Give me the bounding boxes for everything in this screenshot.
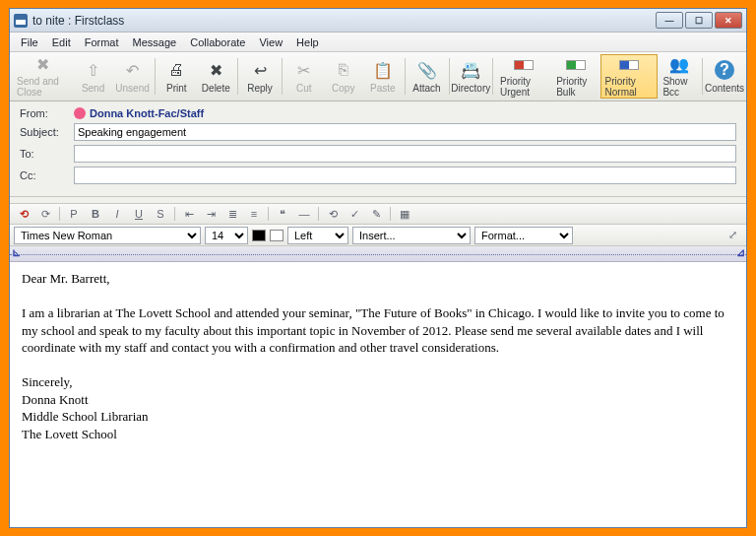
priority-bulk-button[interactable]: Priority Bulk xyxy=(551,54,599,99)
delete-button[interactable]: ✖Delete xyxy=(196,54,235,99)
paste-icon: 📋 xyxy=(372,59,394,81)
toolbar: ✖Send and Close⇧Send↶Unsend🖨Print✖Delete… xyxy=(10,52,746,101)
directory-icon: 📇 xyxy=(460,59,481,81)
priority-bulk-icon xyxy=(565,55,587,74)
from-label: From: xyxy=(20,107,74,119)
body-sig2: Middle School Librarian xyxy=(22,408,734,426)
menu-edit[interactable]: Edit xyxy=(45,36,78,48)
send-and-close-button: ✖Send and Close xyxy=(12,54,74,99)
insert-select[interactable]: Insert... xyxy=(352,227,471,244)
bullets-button[interactable]: ≣ xyxy=(222,205,242,223)
avatar-icon xyxy=(74,107,86,119)
body-para: I am a librarian at The Lovett School an… xyxy=(22,304,734,357)
underline-button[interactable]: U xyxy=(129,205,149,223)
attach-icon: 📎 xyxy=(416,59,438,81)
priority-normal-icon xyxy=(618,55,640,74)
menu-help[interactable]: Help xyxy=(289,36,326,48)
paste-button: 📋Paste xyxy=(363,54,403,99)
ruler-right-marker[interactable]: ⊿ xyxy=(736,246,744,260)
reply-button[interactable]: ↩Reply xyxy=(240,54,280,99)
message-body[interactable]: Dear Mr. Barrett, I am a librarian at Th… xyxy=(10,262,746,527)
numbers-button[interactable]: ≡ xyxy=(244,205,264,223)
menubar: File Edit Format Message Collaborate Vie… xyxy=(10,33,746,52)
copy-icon: ⎘ xyxy=(333,59,354,81)
show-bcc-icon: 👥 xyxy=(668,55,690,74)
subject-label: Subject: xyxy=(20,126,74,138)
check-button[interactable]: ✓ xyxy=(345,205,364,223)
send-and-close-icon: ✖ xyxy=(32,55,53,74)
close-button[interactable]: ✕ xyxy=(715,12,742,29)
reply-icon: ↩ xyxy=(249,59,271,81)
titlebar: to nite : Firstclass — ☐ ✕ xyxy=(10,9,746,33)
priority-urgent-icon xyxy=(513,55,535,74)
cc-label: Cc: xyxy=(20,169,74,181)
print-icon: 🖨 xyxy=(165,59,187,81)
strike-button[interactable]: S xyxy=(151,205,170,223)
ruler-left-marker[interactable]: ⊾ xyxy=(12,246,20,260)
cut-icon: ✂ xyxy=(293,59,315,81)
ruler: ⊾ ⊿ xyxy=(10,246,746,262)
maximize-button[interactable]: ☐ xyxy=(685,12,713,29)
select-bar: Times New Roman 14 Left Insert... Format… xyxy=(10,225,746,246)
contents-icon: ? xyxy=(714,59,735,81)
app-window: to nite : Firstclass — ☐ ✕ File Edit For… xyxy=(9,8,747,528)
redo-button[interactable]: ⟳ xyxy=(35,205,55,223)
menu-file[interactable]: File xyxy=(14,36,45,48)
bold-button[interactable]: B xyxy=(86,205,105,223)
priority-urgent-button[interactable]: Priority Urgent xyxy=(495,54,551,99)
text-color-swatch[interactable] xyxy=(252,230,266,241)
italic-button[interactable]: I xyxy=(107,205,127,223)
unsend-button: ↶Unsend xyxy=(113,54,153,99)
to-label: To: xyxy=(20,148,74,160)
unsend-icon: ↶ xyxy=(122,59,144,81)
font-select[interactable]: Times New Roman xyxy=(14,227,201,244)
format-toolbar: ⟲ ⟳ P B I U S ⇤ ⇥ ≣ ≡ ❝ — ⟲ ✓ ✎ ▦ xyxy=(10,203,746,225)
copy-button: ⎘Copy xyxy=(324,54,363,99)
to-input[interactable] xyxy=(74,145,736,163)
indent-button[interactable]: ⇥ xyxy=(201,205,220,223)
delete-icon: ✖ xyxy=(205,59,226,81)
attach-button[interactable]: 📎Attach xyxy=(408,54,447,99)
align-select[interactable]: Left xyxy=(287,227,348,244)
body-closing: Sincerely, xyxy=(22,373,734,391)
directory-button[interactable]: 📇Directory xyxy=(451,54,490,99)
format-select[interactable]: Format... xyxy=(474,227,573,244)
send-icon: ⇧ xyxy=(83,59,104,81)
undo-button[interactable]: ⟲ xyxy=(14,205,33,223)
clear-button[interactable]: ✎ xyxy=(366,205,386,223)
bg-color-swatch[interactable] xyxy=(270,230,284,241)
from-value: Donna Knott-Fac/Staff xyxy=(74,107,204,119)
cc-input[interactable] xyxy=(74,167,736,184)
app-icon xyxy=(14,14,28,28)
print-button[interactable]: 🖨Print xyxy=(157,54,196,99)
color-button[interactable]: ▦ xyxy=(395,205,414,223)
body-sig1: Donna Knott xyxy=(22,391,734,409)
menu-view[interactable]: View xyxy=(252,36,289,48)
plain-button[interactable]: P xyxy=(64,205,84,223)
body-sig3: The Lovett School xyxy=(22,426,734,443)
menu-collaborate[interactable]: Collaborate xyxy=(183,36,252,48)
quote-button[interactable]: ❝ xyxy=(273,205,292,223)
priority-normal-button[interactable]: Priority Normal xyxy=(600,54,659,99)
body-greeting: Dear Mr. Barrett, xyxy=(22,270,734,288)
link-button[interactable]: ⟲ xyxy=(323,205,343,223)
expand-icon[interactable]: ⤢ xyxy=(723,227,742,244)
menu-format[interactable]: Format xyxy=(78,36,126,48)
cut-button: ✂Cut xyxy=(284,54,324,99)
size-select[interactable]: 14 xyxy=(205,227,248,244)
menu-message[interactable]: Message xyxy=(126,36,184,48)
subject-input[interactable] xyxy=(74,123,736,141)
send-button: ⇧Send xyxy=(74,54,113,99)
message-headers: From: Donna Knott-Fac/Staff Subject: To:… xyxy=(10,101,746,197)
hr-button[interactable]: — xyxy=(294,205,314,223)
outdent-button[interactable]: ⇤ xyxy=(179,205,199,223)
minimize-button[interactable]: — xyxy=(656,12,683,29)
window-title: to nite : Firstclass xyxy=(32,14,654,28)
contents-button[interactable]: ?Contents xyxy=(705,54,744,99)
show-bcc-button[interactable]: 👥Show Bcc xyxy=(658,54,700,99)
